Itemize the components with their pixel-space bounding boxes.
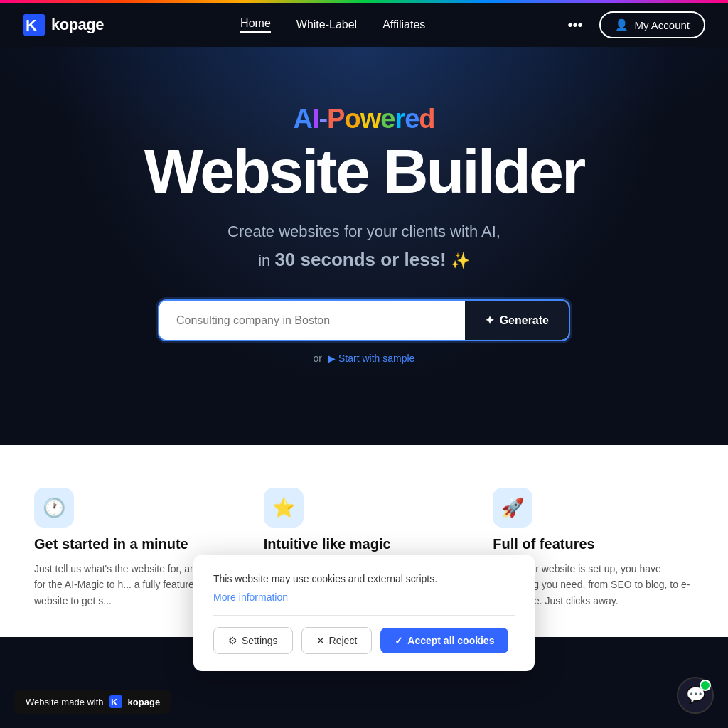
header: K kopage Home White-Label Affiliates •••… — [0, 3, 728, 47]
feature-icon-0: 🕐 — [34, 488, 74, 528]
logo[interactable]: K kopage — [23, 14, 104, 36]
settings-label: Settings — [242, 635, 278, 646]
hero-subtitle2: in 30 seconds or less! ✨ — [23, 249, 705, 271]
ai-powered-text: AI-Powered — [23, 104, 705, 134]
footer-brand-name: kopage — [128, 697, 161, 707]
hero-section: AI-Powered Website Builder Create websit… — [0, 47, 728, 445]
cookie-divider — [213, 615, 515, 616]
subtitle2-prefix: in — [258, 252, 274, 269]
logo-text: kopage — [51, 16, 104, 34]
main-nav: Home White-Label Affiliates — [240, 17, 425, 33]
reject-label: Reject — [329, 635, 358, 646]
feature-title-1: Intuitive like magic — [264, 536, 465, 552]
svg-text:K: K — [111, 697, 118, 707]
accept-label: Accept all cookies — [407, 635, 494, 646]
play-icon: ▶ — [328, 353, 336, 364]
feature-icon-2: 🚀 — [493, 488, 532, 528]
search-input[interactable] — [159, 301, 465, 340]
logo-icon: K — [23, 14, 46, 36]
settings-icon: ⚙ — [228, 635, 237, 646]
account-icon: 👤 — [615, 18, 628, 31]
cookie-text: This website may use cookies and externa… — [213, 572, 515, 587]
chat-bubble[interactable]: 💬 — [677, 677, 714, 714]
accept-icon: ✓ — [395, 635, 403, 646]
svg-text:K: K — [26, 16, 37, 34]
cookie-settings-button[interactable]: ⚙ Settings — [213, 627, 293, 654]
feature-title-0: Get started in a minute — [34, 536, 235, 552]
subtitle2-emoji: ✨ — [446, 252, 470, 269]
footer-logo-icon: K — [109, 695, 122, 708]
more-options-button[interactable]: ••• — [562, 14, 588, 36]
cookie-actions: ⚙ Settings ✕ Reject ✓ Accept all cookies — [213, 627, 515, 654]
or-text: or — [314, 353, 322, 364]
header-right: ••• 👤 My Account — [562, 11, 705, 38]
feature-title-2: Full of features — [493, 536, 694, 552]
generate-label: Generate — [500, 314, 549, 327]
my-account-button[interactable]: 👤 My Account — [599, 11, 705, 38]
generate-button[interactable]: ✦ Generate — [465, 301, 569, 340]
cookie-banner: This website may use cookies and externa… — [193, 555, 535, 671]
footer-brand: Website made with K kopage — [14, 690, 171, 714]
hero-title: Website Builder — [23, 140, 705, 203]
feature-icon-1: ⭐ — [264, 488, 304, 528]
or-line: or ▶ Start with sample — [23, 353, 705, 364]
made-with-text: Website made with — [26, 697, 104, 707]
nav-white-label[interactable]: White-Label — [296, 18, 357, 31]
start-sample-label: Start with sample — [338, 353, 414, 364]
chat-icon: 💬 — [686, 686, 705, 705]
nav-home[interactable]: Home — [240, 17, 271, 33]
start-sample-link[interactable]: ▶ Start with sample — [328, 353, 414, 364]
cookie-reject-button[interactable]: ✕ Reject — [301, 627, 373, 654]
hero-subtitle1: Create websites for your clients with AI… — [23, 220, 705, 243]
cookie-more-link[interactable]: More information — [213, 592, 288, 603]
subtitle2-highlight: 30 seconds or less! — [274, 249, 446, 270]
search-bar: ✦ Generate — [158, 299, 570, 341]
account-label: My Account — [634, 19, 690, 31]
nav-affiliates[interactable]: Affiliates — [382, 18, 425, 31]
reject-icon: ✕ — [316, 635, 325, 646]
generate-icon: ✦ — [485, 314, 494, 327]
cookie-accept-button[interactable]: ✓ Accept all cookies — [380, 628, 508, 653]
